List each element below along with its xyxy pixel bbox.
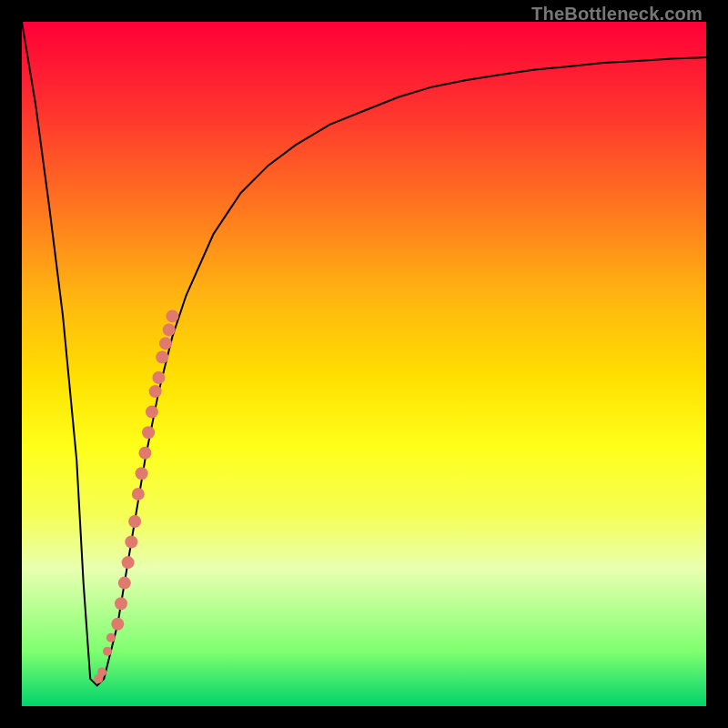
highlight-marker — [97, 667, 106, 676]
highlight-marker — [115, 597, 127, 610]
highlight-marker — [159, 337, 172, 349]
highlight-marker — [142, 426, 155, 439]
highlight-marker — [146, 406, 158, 419]
highlight-marker — [163, 323, 176, 336]
highlight-marker — [103, 647, 112, 656]
chart-svg — [22, 22, 706, 706]
highlight-marker — [122, 556, 135, 569]
highlight-marker — [149, 385, 162, 398]
highlight-marker — [106, 633, 116, 642]
highlight-marker — [166, 309, 178, 322]
highlight-marker — [152, 371, 165, 384]
highlight-marker — [136, 467, 148, 480]
highlight-marker — [125, 536, 137, 549]
highlight-marker — [118, 577, 131, 590]
highlight-marker — [111, 618, 124, 631]
highlight-marker — [138, 447, 151, 460]
chart-frame: TheBottleneck.com — [0, 0, 728, 728]
highlight-marker — [156, 351, 168, 364]
highlight-marker — [132, 488, 145, 500]
highlight-marker — [128, 515, 141, 528]
watermark-text: TheBottleneck.com — [531, 4, 703, 25]
